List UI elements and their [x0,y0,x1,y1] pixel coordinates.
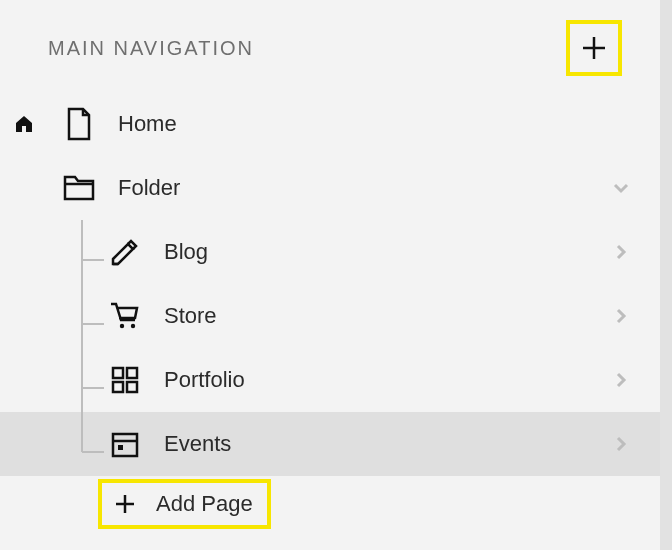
nav-item-folder[interactable]: Folder [0,156,660,220]
home-indicator-icon [14,114,34,134]
plus-icon [108,487,142,521]
blog-icon [108,235,142,269]
add-page-row: Add Page [0,476,660,532]
chevron-down-icon [606,173,636,203]
svg-point-10 [131,324,135,328]
panel-header: MAIN NAVIGATION [48,24,620,72]
page-icon [62,107,96,141]
chevron-right-icon [606,237,636,267]
nav-item-home[interactable]: Home [0,92,660,156]
panel-title: MAIN NAVIGATION [48,37,254,60]
nav-item-label: Portfolio [164,367,606,393]
add-section-button[interactable] [568,22,620,74]
svg-rect-11 [113,368,123,378]
nav-item-portfolio[interactable]: Portfolio [0,348,660,412]
navigation-list: Home Folder [0,92,660,532]
nav-item-blog[interactable]: Blog [0,220,660,284]
chevron-right-icon [606,301,636,331]
nav-item-label: Blog [164,239,606,265]
svg-point-9 [120,324,124,328]
svg-rect-17 [118,445,123,450]
svg-rect-14 [127,382,137,392]
chevron-right-icon [606,365,636,395]
svg-rect-15 [113,434,137,456]
nav-item-label: Folder [118,175,606,201]
events-icon [108,427,142,461]
folder-icon [62,171,96,205]
add-page-label: Add Page [156,491,253,517]
nav-item-label: Store [164,303,606,329]
store-icon [108,299,142,333]
nav-item-label: Events [164,431,606,457]
navigation-panel: MAIN NAVIGATION [0,0,660,550]
svg-rect-13 [113,382,123,392]
chevron-right-icon [606,429,636,459]
svg-rect-12 [127,368,137,378]
right-edge-shade [660,0,672,550]
nav-item-events[interactable]: Events [0,412,660,476]
nav-item-store[interactable]: Store [0,284,660,348]
portfolio-icon [108,363,142,397]
nav-item-label: Home [118,111,636,137]
plus-icon [577,31,611,65]
add-page-button[interactable]: Add Page [100,481,269,527]
